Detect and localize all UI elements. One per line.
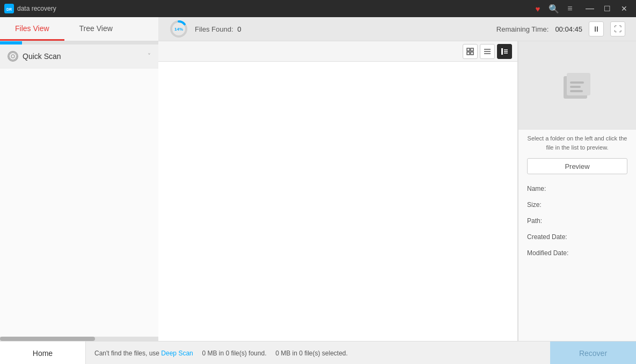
svg-rect-8: [467, 52, 470, 55]
pause-button[interactable]: ⏸: [589, 21, 604, 36]
size-label: Size:: [527, 201, 627, 209]
close-button[interactable]: ✕: [617, 3, 632, 14]
recover-button[interactable]: Recover: [550, 341, 636, 365]
app-title: data recovery: [17, 5, 56, 12]
progress-percent: 14%: [174, 27, 183, 32]
quick-scan-label: Quick Scan: [23, 52, 143, 61]
svg-rect-13: [501, 48, 503, 55]
preview-file-icon-container: [556, 64, 599, 107]
minimize-button[interactable]: —: [582, 3, 597, 14]
view-toolbar: [158, 41, 517, 62]
window-controls: ♥ 🔍 ≡ — ☐ ✕: [531, 2, 632, 16]
created-date-row: Created Date:: [527, 233, 627, 242]
toolbar-menu-icon[interactable]: ≡: [563, 2, 577, 16]
preview-image-area: [518, 41, 636, 130]
files-found-label: Files Found:: [195, 25, 233, 33]
name-label: Name:: [527, 185, 627, 192]
file-list-area: [158, 41, 518, 341]
created-date-label: Created Date:: [527, 233, 627, 241]
name-row: Name:: [527, 185, 627, 194]
grid-view-button[interactable]: [463, 44, 478, 59]
app-logo: DR: [4, 4, 14, 13]
sidebar-scrollbar[interactable]: [0, 337, 158, 341]
maximize-button[interactable]: ☐: [600, 3, 615, 14]
scan-status-bar: 14% Files Found: 0 Remaining Time: 00:04…: [158, 17, 636, 41]
svg-point-4: [9, 53, 17, 60]
scan-info-right: Remaining Time: 00:04:45 ⏸ ⛶: [496, 21, 625, 36]
scan-circle-icon: [8, 51, 18, 62]
preview-placeholder-icon: [558, 66, 597, 105]
toolbar-heart-icon[interactable]: ♥: [531, 2, 545, 16]
list-view-button[interactable]: [480, 44, 495, 59]
title-bar-left: DR data recovery: [4, 4, 56, 13]
quick-scan-item[interactable]: Quick Scan ˅: [0, 44, 158, 69]
progress-donut: 14%: [169, 19, 188, 39]
preview-panel: Select a folder on the left and click th…: [518, 41, 636, 341]
remaining-time-value: 00:04:45: [555, 25, 582, 33]
files-found-value: 0: [237, 25, 241, 33]
svg-rect-9: [471, 52, 473, 55]
sidebar: Quick Scan ˅: [0, 41, 158, 341]
scan-info-left: 14% Files Found: 0: [169, 19, 241, 39]
chevron-down-icon: ˅: [148, 53, 151, 60]
svg-rect-20: [570, 86, 581, 88]
svg-rect-7: [471, 48, 473, 51]
detail-view-button[interactable]: [497, 44, 512, 59]
svg-rect-21: [570, 90, 583, 92]
deep-scan-link[interactable]: Deep Scan: [161, 350, 193, 357]
files-found-info: Files Found: 0: [195, 25, 241, 33]
file-list-content[interactable]: [158, 62, 517, 341]
preview-hint-text: Select a folder on the left and click th…: [518, 130, 636, 156]
svg-rect-6: [467, 48, 470, 51]
tab-and-scan-header: Files View Tree View 14% Files Found: 0 …: [0, 17, 636, 41]
modified-date-row: Modified Date:: [527, 249, 627, 258]
tab-files-view[interactable]: Files View: [0, 17, 64, 41]
svg-rect-19: [570, 81, 584, 84]
svg-text:DR: DR: [6, 8, 12, 11]
files-selected-status: 0 MB in 0 file(s) selected.: [275, 350, 348, 357]
size-row: Size:: [527, 201, 627, 210]
preview-button[interactable]: Preview: [527, 158, 627, 174]
remaining-time-label: Remaining Time:: [496, 25, 549, 33]
home-button[interactable]: Home: [0, 341, 86, 365]
file-metadata: Name: Size: Path: Created Date: Modified…: [518, 180, 636, 263]
tab-tree-view[interactable]: Tree View: [64, 17, 128, 41]
title-bar: DR data recovery ♥ 🔍 ≡ — ☐ ✕: [0, 0, 636, 17]
sidebar-scrollbar-thumb[interactable]: [0, 337, 95, 341]
expand-button[interactable]: ⛶: [610, 21, 625, 36]
status-text: Can't find the files, use Deep Scan 0 MB…: [86, 350, 550, 357]
status-bar: Home Can't find the files, use Deep Scan…: [0, 341, 636, 364]
sidebar-file-tree[interactable]: [0, 69, 158, 341]
modified-date-label: Modified Date:: [527, 249, 627, 257]
toolbar-search-icon[interactable]: 🔍: [547, 2, 561, 16]
path-row: Path:: [527, 217, 627, 226]
cant-find-text: Can't find the files, use: [94, 350, 161, 357]
tabs-container: Files View Tree View: [0, 17, 158, 41]
content-area: Quick Scan ˅: [0, 41, 636, 341]
path-label: Path:: [527, 217, 627, 225]
svg-point-5: [11, 55, 14, 58]
files-found-status: 0 MB in 0 file(s) found.: [202, 350, 266, 357]
